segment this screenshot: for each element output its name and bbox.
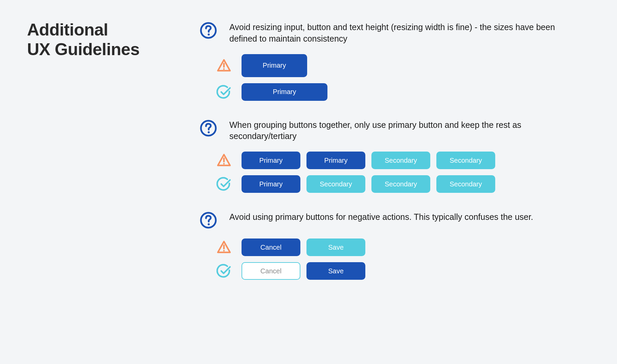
bad-example-row: Primary Primary Secondary Secondary (216, 152, 590, 169)
button-group: Cancel Save (242, 262, 365, 280)
secondary-button[interactable]: Secondary (436, 152, 495, 169)
svg-point-7 (223, 163, 225, 165)
svg-point-5 (208, 131, 210, 133)
guideline-header: When grouping buttons together, only use… (200, 119, 590, 142)
title-column: Additional UX Guidelines (27, 20, 169, 280)
primary-button[interactable]: Primary (242, 83, 327, 101)
guideline-header: Avoid resizing input, button and text he… (200, 22, 590, 45)
button-group: Cancel Save (242, 238, 365, 256)
good-example-row: Cancel Save (216, 262, 590, 280)
svg-point-3 (223, 68, 225, 70)
check-icon (216, 177, 231, 191)
svg-point-11 (223, 250, 225, 252)
save-button[interactable]: Save (306, 262, 365, 280)
good-example-row: Primary (216, 83, 590, 101)
svg-point-9 (208, 223, 210, 225)
guideline-block-2: When grouping buttons together, only use… (200, 119, 590, 193)
guideline-header: Avoid using primary buttons for negative… (200, 211, 590, 229)
check-icon (216, 85, 231, 99)
question-icon (200, 119, 217, 137)
cancel-button[interactable]: Cancel (242, 262, 300, 280)
question-icon (200, 22, 217, 39)
secondary-button[interactable]: Secondary (306, 175, 365, 193)
check-icon (216, 264, 231, 278)
secondary-button[interactable]: Secondary (371, 152, 430, 169)
guideline-text: Avoid resizing input, button and text he… (229, 22, 574, 45)
button-group: Primary (242, 83, 327, 101)
title-line-1: Additional (27, 20, 108, 39)
button-group: Primary (242, 54, 307, 77)
button-group: Primary Primary Secondary Secondary (242, 152, 495, 169)
question-icon (200, 211, 217, 229)
guidelines-column: Avoid resizing input, button and text he… (200, 20, 590, 280)
primary-button[interactable]: Primary (242, 54, 307, 77)
page-title: Additional UX Guidelines (27, 20, 169, 59)
warning-icon (216, 240, 231, 255)
guideline-block-1: Avoid resizing input, button and text he… (200, 22, 590, 101)
warning-icon (216, 58, 231, 73)
primary-button[interactable]: Primary (242, 175, 300, 193)
svg-point-1 (208, 33, 210, 36)
guideline-text: When grouping buttons together, only use… (229, 119, 574, 142)
bad-example-row: Primary (216, 54, 590, 77)
primary-button[interactable]: Primary (306, 152, 365, 169)
guideline-block-3: Avoid using primary buttons for negative… (200, 211, 590, 280)
warning-icon (216, 153, 231, 168)
primary-button[interactable]: Primary (242, 152, 300, 169)
title-line-2: UX Guidelines (27, 40, 139, 59)
secondary-button[interactable]: Secondary (436, 175, 495, 193)
save-button[interactable]: Save (306, 238, 365, 256)
good-example-row: Primary Secondary Secondary Secondary (216, 175, 590, 193)
button-group: Primary Secondary Secondary Secondary (242, 175, 495, 193)
guideline-text: Avoid using primary buttons for negative… (229, 211, 533, 223)
secondary-button[interactable]: Secondary (371, 175, 430, 193)
bad-example-row: Cancel Save (216, 238, 590, 256)
cancel-button[interactable]: Cancel (242, 238, 300, 256)
